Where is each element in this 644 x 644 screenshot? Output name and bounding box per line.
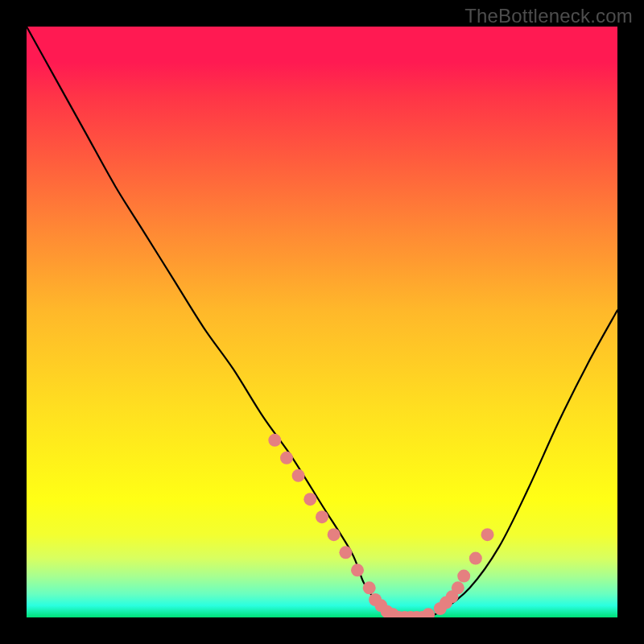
highlight-dot bbox=[481, 528, 494, 541]
highlight-dot bbox=[303, 493, 316, 506]
highlight-dot bbox=[452, 581, 464, 594]
highlight-dot bbox=[268, 434, 281, 447]
highlight-dot bbox=[292, 469, 305, 482]
bottleneck-curve bbox=[27, 27, 617, 617]
highlight-dot bbox=[280, 452, 293, 464]
plot-area bbox=[27, 27, 617, 617]
highlight-dot bbox=[328, 528, 341, 541]
highlight-dot bbox=[363, 581, 376, 594]
chart-frame: TheBottleneck.com bbox=[0, 0, 644, 644]
highlight-dot bbox=[339, 546, 352, 559]
highlight-dots bbox=[268, 434, 493, 617]
highlight-dot bbox=[316, 510, 328, 523]
watermark-text: TheBottleneck.com bbox=[464, 5, 633, 27]
curve-layer bbox=[27, 27, 617, 617]
highlight-dot bbox=[351, 564, 364, 576]
highlight-dot bbox=[469, 552, 482, 565]
highlight-dot bbox=[422, 608, 435, 617]
highlight-dot bbox=[457, 570, 470, 583]
